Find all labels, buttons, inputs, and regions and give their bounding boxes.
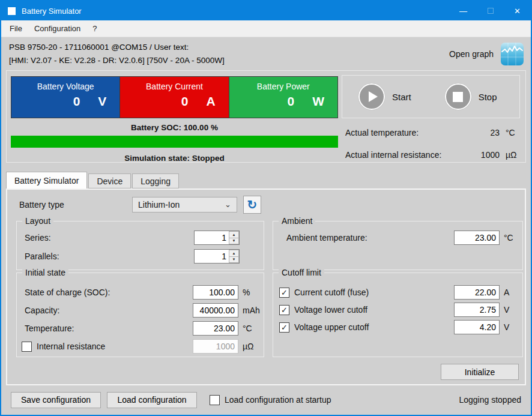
load-at-startup-row: Load configuration at startup [210,395,331,405]
stop-label: Stop [479,92,497,102]
internal-resistance-checkbox[interactable] [22,342,32,352]
meter-value: 0 [73,94,80,109]
soc-unit: % [238,288,264,297]
current-cutoff-row: ✓ Current cutoff (fuse) A [279,285,522,300]
internal-resistance-input[interactable] [193,339,238,354]
cutoff-limit-group-title: Cutoff limit [279,268,324,277]
titlebar: Battery Simulator — ✕ [1,1,531,20]
actual-temperature-unit: °C [500,128,519,137]
actual-temperature-value: 23 [472,128,500,137]
layout-group-title: Layout [22,216,53,226]
close-icon: ✕ [514,7,521,16]
actual-temperature-row: Actual temperature: 23 °C [345,128,519,142]
menu-item-file[interactable]: File [4,20,28,37]
load-at-startup-label: Load configuration at startup [225,395,331,405]
device-info-line2: [HMI: V2.07 - KE: V2.28 - DR: V2.0.6] [7… [9,54,225,67]
battery-type-label: Battery type [19,200,64,210]
app-icon [8,7,16,15]
voltage-upper-cutoff-unit: V [500,322,522,332]
menu-item-configuration[interactable]: Configuration [28,20,86,37]
soc-progressbar [11,136,338,148]
voltage-upper-cutoff-checkbox[interactable]: ✓ [279,322,289,333]
meter-label: Battery Power [229,82,337,91]
voltage-upper-cutoff-label: Voltage upper cutoff [294,322,369,332]
meter-battery-current: Battery Current 0 A [119,77,228,118]
temperature-input[interactable] [193,321,238,336]
series-row: Series: ▲ ▼ [25,230,240,246]
meter-battery-voltage: Battery Voltage 0 V [11,77,119,118]
temperature-row: Temperature: °C [22,321,264,336]
actual-internal-resistance-unit: µΩ [500,150,519,160]
minimize-button[interactable]: — [450,1,477,20]
start-button[interactable]: Start [358,83,411,110]
refresh-icon: ↻ [247,199,258,211]
parallels-input[interactable] [195,250,229,263]
chevron-down-icon: ⌄ [225,202,231,208]
voltage-lower-cutoff-checkbox[interactable]: ✓ [279,305,289,315]
series-spin-down-icon[interactable]: ▼ [229,238,239,245]
series-label: Series: [25,233,51,243]
tab-battery-simulator[interactable]: Battery Simulator [6,172,87,188]
internal-resistance-label: Internal resistance [37,342,105,351]
capacity-row: Capacity: mAh [22,303,264,318]
load-at-startup-checkbox[interactable] [210,395,220,405]
graph-icon [501,43,524,65]
minimize-icon: — [459,7,467,16]
save-configuration-button[interactable]: Save configuration [11,392,101,408]
device-info-header: PSB 9750-20 - 1711060001 @COM15 / User t… [1,37,531,70]
capacity-input[interactable] [193,303,238,318]
initialize-button[interactable]: Initialize [441,364,519,380]
temperature-unit: °C [238,324,264,333]
current-cutoff-label: Current cutoff (fuse) [294,288,369,297]
voltage-upper-cutoff-row: ✓ Voltage upper cutoff V [279,319,522,335]
voltage-lower-cutoff-label: Voltage lower cutoff [294,305,367,315]
start-label: Start [392,92,411,102]
voltage-upper-cutoff-input[interactable] [454,320,500,334]
load-configuration-button[interactable]: Load configuration [107,392,197,408]
series-spin-up-icon[interactable]: ▲ [229,231,239,238]
cutoff-limit-group: Cutoff limit ✓ Current cutoff (fuse) A ✓… [273,273,523,357]
maximize-icon [488,8,494,14]
open-graph-label: Open graph [449,49,494,59]
meter-label: Battery Voltage [11,82,119,91]
battery-type-select[interactable]: Lithium-Ion ⌄ [132,197,237,213]
stop-button[interactable]: Stop [445,83,497,110]
tab-device[interactable]: Device [88,173,131,188]
internal-resistance-unit: µΩ [238,342,264,351]
parallels-label: Parallels: [25,252,59,261]
initial-state-group-title: Initial state [22,268,68,277]
meter-unit: V [98,94,106,109]
ambient-group: Ambient Ambient temperature: °C [273,221,523,270]
voltage-lower-cutoff-input[interactable] [454,303,500,317]
meter-value: 0 [181,94,189,109]
device-info-line1: PSB 9750-20 - 1711060001 @COM15 / User t… [9,41,225,54]
meter-battery-power: Battery Power 0 W [229,77,337,118]
close-button[interactable]: ✕ [504,1,531,20]
ambient-group-title: Ambient [279,216,315,226]
soc-label: State of charge (SOC): [25,288,110,297]
current-cutoff-checkbox[interactable]: ✓ [279,288,289,298]
battery-soc-label: Battery SOC: 100.00 % [11,123,338,132]
refresh-button[interactable]: ↻ [243,196,261,214]
actual-internal-resistance-label: Actual internal resistance: [345,150,441,160]
capacity-label: Capacity: [25,306,59,315]
start-stop-group: Start Stop [342,75,520,118]
soc-input[interactable] [193,285,238,300]
actual-temperature-label: Actual temperature: [345,128,419,137]
maximize-button[interactable] [477,1,504,20]
menu-item-help[interactable]: ? [86,20,103,37]
ambient-temperature-input[interactable] [454,231,500,245]
parallels-spin-down-icon[interactable]: ▼ [229,256,239,264]
soc-row: State of charge (SOC): % [22,285,264,300]
tab-logging[interactable]: Logging [132,173,179,188]
open-graph-button[interactable]: Open graph [449,43,524,65]
series-input[interactable] [195,231,229,244]
parallels-spin-up-icon[interactable]: ▲ [229,250,239,256]
footer: Save configuration Load configuration Lo… [1,385,531,414]
temperature-label: Temperature: [25,324,74,333]
window-title: Battery Simulator [22,7,82,16]
battery-type-value: Lithium-Ion [138,200,180,210]
ambient-temperature-row: Ambient temperature: °C [286,230,522,246]
current-cutoff-input[interactable] [454,285,500,300]
ambient-temperature-unit: °C [500,233,522,243]
